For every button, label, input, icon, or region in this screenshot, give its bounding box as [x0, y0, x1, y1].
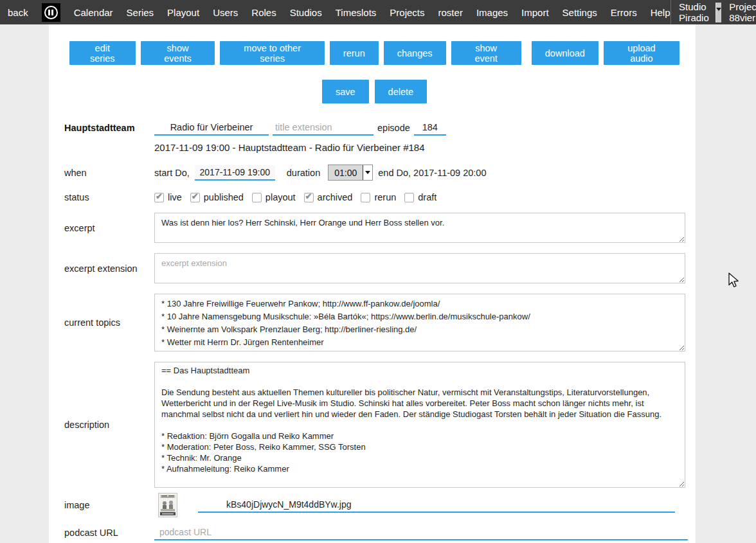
checkbox-box[interactable] — [252, 193, 262, 202]
nav-item-roster[interactable]: roster — [438, 7, 463, 18]
checkbox-label: published — [204, 192, 244, 202]
duration-label: duration — [287, 168, 320, 178]
checkbox-live[interactable]: live — [154, 192, 182, 202]
delete-button[interactable]: delete — [375, 80, 428, 103]
current-topics-row: current topics * 130 Jahre Freiwillige F… — [49, 294, 696, 352]
nav-item-roles[interactable]: Roles — [251, 7, 276, 18]
episode-label: episode — [377, 123, 410, 133]
nav-item-studios[interactable]: Studios — [290, 7, 322, 18]
checkbox-box[interactable] — [404, 193, 414, 202]
nav-item-errors[interactable]: Errors — [611, 7, 637, 18]
edit-series-button[interactable]: edit series — [69, 41, 136, 65]
nav-item-users[interactable]: Users — [213, 7, 238, 18]
current-topics-textarea[interactable]: * 130 Jahre Freiwillige Feuerwehr Pankow… — [154, 294, 685, 352]
when-row: when start Do, duration 01:00 end Do, 20… — [49, 165, 696, 181]
nav-item-series[interactable]: Series — [127, 7, 154, 18]
image-label: image — [64, 500, 154, 510]
move-to-other-series-button[interactable]: move to other series — [220, 41, 324, 65]
nav-item-images[interactable]: Images — [476, 7, 508, 18]
start-label: start Do, — [154, 168, 190, 178]
changes-button[interactable]: changes — [384, 41, 446, 65]
when-label: when — [64, 168, 154, 178]
pause-icon — [44, 6, 58, 19]
image-row: image — [49, 493, 696, 517]
nav-left: back Calendar Series Playout Users Roles… — [8, 3, 670, 22]
save-button[interactable]: save — [322, 80, 369, 103]
title-row: Hauptstadtteam episode — [49, 120, 696, 136]
back-button[interactable]: back — [8, 7, 28, 18]
checkbox-box[interactable] — [304, 193, 314, 202]
excerpt-row: excerpt Was ist denn hier los? Herr Schi… — [49, 213, 696, 243]
excerpt-extension-textarea[interactable] — [154, 253, 685, 283]
checkbox-label: rerun — [374, 192, 396, 202]
mouse-cursor — [726, 272, 741, 292]
nav-item-playout[interactable]: Playout — [167, 7, 199, 18]
title-input[interactable] — [154, 120, 269, 136]
current-topics-label: current topics — [64, 317, 154, 328]
studio-select[interactable]: Studio Piradio — [679, 1, 721, 23]
description-row: description == Das Hauptstadtteam Die Se… — [49, 362, 696, 488]
upload-audio-button[interactable]: upload audio — [604, 41, 680, 65]
studio-select-value: Studio Piradio — [679, 1, 712, 23]
status-row: status live published playout archived — [49, 192, 696, 202]
episode-image-thumbnail[interactable] — [158, 493, 177, 517]
checkbox-draft[interactable]: draft — [404, 192, 437, 202]
show-events-button[interactable]: show events — [141, 41, 215, 65]
checkbox-published[interactable]: published — [190, 192, 244, 202]
excerpt-extension-row: excerpt extension — [49, 253, 696, 283]
excerpt-textarea[interactable]: Was ist denn hier los? Herr Schinski, He… — [154, 213, 685, 243]
checkbox-label: archived — [318, 192, 353, 202]
piradio-logo-icon[interactable] — [42, 3, 60, 22]
top-nav: back Calendar Series Playout Users Roles… — [0, 0, 756, 24]
nav-separator — [670, 0, 671, 24]
toolbar-row-2: save delete — [49, 80, 696, 103]
checkbox-label: draft — [418, 192, 437, 202]
nav-item-import[interactable]: Import — [521, 7, 549, 18]
image-filename-input[interactable] — [198, 497, 675, 513]
end-label: end Do, 2017-11-09 20:00 — [378, 168, 486, 178]
checkbox-playout[interactable]: playout — [252, 192, 296, 202]
checkbox-archived[interactable]: archived — [304, 192, 353, 202]
excerpt-label: excerpt — [64, 223, 154, 233]
page: back Calendar Series Playout Users Roles… — [0, 0, 756, 543]
checkbox-label: live — [168, 192, 182, 202]
status-label: status — [64, 192, 154, 202]
title-extension-input[interactable] — [273, 120, 374, 136]
episode-input[interactable] — [414, 120, 446, 136]
checkbox-box[interactable] — [361, 193, 370, 202]
computed-title: 2017-11-09 19:00 - Hauptstadtteam - Radi… — [154, 142, 425, 153]
start-datetime-input[interactable] — [195, 165, 275, 181]
duration-select-value: 01:00 — [328, 165, 363, 180]
podcast-url-label: podcast URL — [64, 528, 154, 538]
project-select-value: Project 88vier — [729, 1, 756, 23]
nav-item-calendar[interactable]: Calendar — [74, 7, 113, 18]
content-card: edit series show events move to other se… — [49, 24, 696, 543]
podcast-url-input[interactable] — [154, 525, 688, 540]
toolbar-row-1: edit series show events move to other se… — [49, 41, 696, 65]
nav-right: Studio Piradio Project 88vier Logout mil… — [670, 0, 756, 24]
duration-select[interactable]: 01:00 — [328, 165, 373, 181]
checkbox-rerun[interactable]: rerun — [361, 192, 396, 202]
project-select[interactable]: Project 88vier — [729, 1, 756, 23]
nav-item-timeslots[interactable]: Timeslots — [336, 7, 377, 18]
show-event-button[interactable]: show event — [451, 41, 521, 65]
checkbox-box[interactable] — [154, 193, 164, 202]
excerpt-extension-label: excerpt extension — [64, 263, 154, 274]
series-name-label: Hauptstadtteam — [64, 123, 154, 133]
nav-item-projects[interactable]: Projects — [390, 7, 424, 18]
checkbox-box[interactable] — [190, 193, 200, 202]
chevron-down-icon — [363, 165, 372, 180]
rerun-button[interactable]: rerun — [330, 41, 379, 65]
computed-title-row: 2017-11-09 19:00 - Hauptstadtteam - Radi… — [49, 142, 696, 153]
nav-item-help[interactable]: Help — [651, 7, 670, 18]
chevron-down-icon[interactable] — [716, 3, 721, 22]
download-button[interactable]: download — [532, 41, 598, 65]
description-textarea[interactable]: == Das Hauptstadtteam Die Sendung besteh… — [154, 362, 685, 488]
nav-item-settings[interactable]: Settings — [562, 7, 597, 18]
podcast-url-row: podcast URL — [49, 525, 696, 540]
checkbox-label: playout — [266, 192, 296, 202]
description-label: description — [64, 420, 154, 430]
